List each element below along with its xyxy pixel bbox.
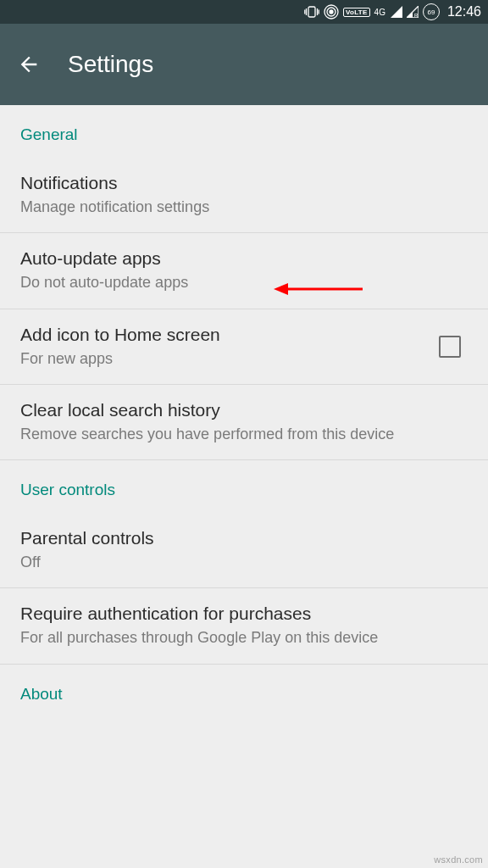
battery-icon: 69 bbox=[423, 3, 440, 20]
page-title: Settings bbox=[68, 51, 153, 78]
item-notifications[interactable]: Notifications Manage notification settin… bbox=[0, 158, 488, 233]
item-title: Notifications bbox=[20, 173, 468, 193]
item-subtitle: Manage notification settings bbox=[20, 197, 468, 217]
item-title: Require authentication for purchases bbox=[20, 604, 468, 624]
vibrate-icon bbox=[304, 6, 319, 18]
item-auto-update[interactable]: Auto-update apps Do not auto-update apps bbox=[0, 233, 488, 309]
section-user-controls: User controls bbox=[0, 460, 488, 513]
item-subtitle: For new apps bbox=[20, 348, 425, 369]
settings-list: General Notifications Manage notificatio… bbox=[0, 105, 488, 717]
back-button[interactable] bbox=[17, 53, 41, 76]
item-title: Clear local search history bbox=[20, 400, 468, 420]
signal-1-icon bbox=[391, 6, 402, 18]
item-add-icon[interactable]: Add icon to Home screen For new apps bbox=[0, 309, 488, 385]
section-general: General bbox=[0, 105, 488, 158]
item-clear-search[interactable]: Clear local search history Remove search… bbox=[0, 385, 488, 460]
item-title: Parental controls bbox=[20, 528, 468, 548]
item-subtitle: For all purchases through Google Play on… bbox=[20, 627, 468, 648]
item-require-auth[interactable]: Require authentication for purchases For… bbox=[0, 588, 488, 664]
section-about: About bbox=[0, 665, 488, 717]
clock: 12:46 bbox=[447, 4, 481, 19]
volte-badge: VoLTE bbox=[343, 8, 370, 17]
item-parental-controls[interactable]: Parental controls Off bbox=[0, 513, 488, 588]
svg-point-5 bbox=[330, 10, 333, 14]
item-title: Add icon to Home screen bbox=[20, 325, 425, 345]
network-type: 4G bbox=[374, 8, 385, 17]
svg-text:R: R bbox=[414, 13, 419, 18]
watermark: wsxdn.com bbox=[434, 854, 483, 865]
svg-marker-8 bbox=[391, 6, 402, 18]
svg-rect-0 bbox=[308, 7, 315, 17]
signal-2-icon: R bbox=[407, 6, 419, 18]
item-subtitle: Do not auto-update apps bbox=[20, 272, 468, 292]
item-subtitle: Off bbox=[20, 552, 468, 572]
hotspot-icon bbox=[324, 4, 339, 19]
checkbox-add-icon[interactable] bbox=[439, 336, 461, 358]
app-bar: Settings bbox=[0, 24, 488, 105]
status-bar: VoLTE 4G R 69 12:46 bbox=[0, 0, 488, 24]
item-subtitle: Remove searches you have performed from … bbox=[20, 424, 468, 444]
battery-percent: 69 bbox=[428, 8, 435, 16]
item-title: Auto-update apps bbox=[20, 248, 468, 269]
status-icons: VoLTE 4G R 69 12:46 bbox=[304, 3, 481, 20]
